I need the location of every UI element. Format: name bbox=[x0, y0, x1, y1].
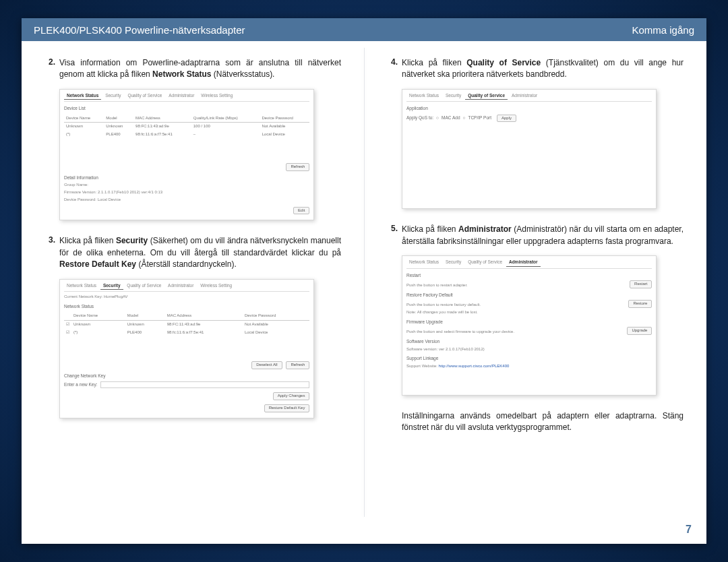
deselect-all-button[interactable]: Deselect All bbox=[251, 361, 282, 369]
step-text: Klicka på fliken Security (Säkerhet) om … bbox=[59, 235, 341, 270]
manual-page: PLEK400/PLSK400 Powerline-nätverksadapte… bbox=[22, 18, 706, 544]
step-text: Klicka på fliken Quality of Service (Tjä… bbox=[402, 57, 684, 81]
security-table: Device Name Model MAC Address Device Pas… bbox=[64, 312, 309, 336]
screenshot-security: Network Status Security Quality of Servi… bbox=[59, 279, 314, 418]
header-title-right: Komma igång bbox=[632, 24, 694, 36]
restore-default-key-button[interactable]: Restore Default Key bbox=[264, 404, 310, 412]
closing-paragraph: Inställningarna används omedelbart på ad… bbox=[402, 410, 684, 434]
step-5: 5. Klicka på fliken Administrator (Admin… bbox=[387, 224, 684, 247]
tabs-c: Network Status Security Quality of Servi… bbox=[406, 92, 652, 102]
page-header: PLEK400/PLSK400 Powerline-nätverksadapte… bbox=[22, 18, 706, 41]
content-area: 2. Visa information om Powerline-adaptra… bbox=[22, 41, 706, 544]
device-table: Device Name Model MAC Address Quality/Li… bbox=[64, 115, 309, 139]
tabs-a: Network Status Security Quality of Servi… bbox=[64, 92, 309, 102]
step-4: 4. Klicka på fliken Quality of Service (… bbox=[387, 57, 684, 81]
tabs-b: Network Status Security Quality of Servi… bbox=[64, 282, 309, 292]
screenshot-qos: Network Status Security Quality of Servi… bbox=[402, 89, 657, 210]
step-2: 2. Visa information om Powerline-adaptra… bbox=[44, 57, 341, 81]
step-number: 5. bbox=[387, 224, 402, 247]
screenshot-admin: Network Status Security Quality of Servi… bbox=[402, 255, 657, 395]
network-key-input[interactable] bbox=[100, 381, 310, 388]
left-column: 2. Visa information om Powerline-adaptra… bbox=[22, 41, 364, 544]
step-number: 3. bbox=[44, 235, 59, 270]
step-number: 4. bbox=[387, 57, 402, 81]
right-column: 4. Klicka på fliken Quality of Service (… bbox=[364, 41, 706, 544]
step-text: Klicka på fliken Administrator (Administ… bbox=[402, 224, 684, 247]
upgrade-button[interactable]: Upgrade bbox=[627, 327, 652, 335]
header-title-left: PLEK400/PLSK400 Powerline-nätverksadapte… bbox=[34, 24, 245, 36]
restore-button[interactable]: Restore bbox=[628, 300, 652, 308]
tabs-d: Network Status Security Quality of Servi… bbox=[406, 259, 652, 268]
screenshot-network-status: Network Status Security Quality of Servi… bbox=[59, 89, 314, 221]
apply-button[interactable]: Apply bbox=[497, 115, 516, 123]
page-number: 7 bbox=[686, 524, 692, 536]
refresh-button[interactable]: Refresh bbox=[286, 163, 309, 171]
apply-changes-button[interactable]: Apply Changes bbox=[273, 392, 310, 400]
refresh-button[interactable]: Refresh bbox=[286, 361, 309, 369]
step-text: Visa information om Powerline-adaptrarna… bbox=[59, 57, 341, 81]
step-3: 3. Klicka på fliken Security (Säkerhet) … bbox=[44, 235, 341, 270]
support-link[interactable]: http://www.support.cisco.com/PLEK400 bbox=[439, 364, 510, 368]
edit-button[interactable]: Edit bbox=[293, 207, 309, 215]
step-number: 2. bbox=[44, 57, 59, 81]
restart-button[interactable]: Restart bbox=[630, 280, 652, 288]
